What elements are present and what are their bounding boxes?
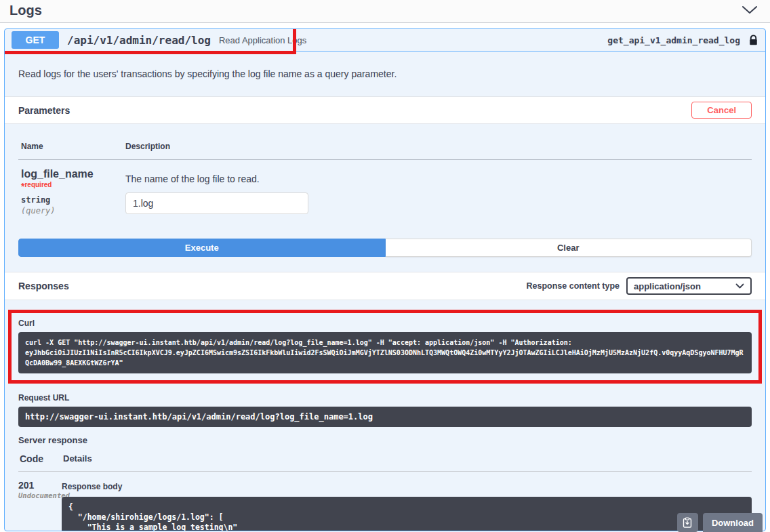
response-body-block: { "/home/shirohige/logs/1.log": [ "This … (62, 497, 752, 531)
red-annotation-box-curl: Curl curl -X GET "http://swagger-ui.inst… (8, 310, 762, 384)
response-undocumented-label: Undocumented (18, 491, 62, 499)
required-label: required (24, 181, 52, 188)
endpoint-description: Read logs for the users' transactions by… (5, 52, 765, 96)
parameters-table: Name Description log_file_name *required… (5, 124, 765, 221)
request-url-label: Request URL (18, 390, 752, 407)
request-url-block: http://swagger-ui.instant.htb/api/v1/adm… (18, 407, 752, 427)
cancel-button[interactable]: Cancel (691, 102, 752, 119)
endpoint-summary-text: Read Application Logs (219, 35, 607, 45)
responses-section-header: Responses Response content type applicat… (5, 272, 765, 300)
download-button[interactable]: Download (703, 513, 763, 532)
execute-wrapper: Execute Clear (5, 221, 765, 272)
chevron-down-icon[interactable] (742, 5, 758, 17)
page-title: Logs (9, 3, 42, 18)
execute-button[interactable]: Execute (18, 239, 386, 257)
response-content-type-label: Response content type (526, 281, 620, 291)
column-header-details: Details (63, 453, 750, 464)
response-content-type-value: application/json (634, 281, 701, 291)
parameter-location: (query) (21, 206, 125, 216)
copy-to-clipboard-button[interactable] (677, 513, 698, 532)
parameters-title: Parameters (18, 105, 70, 116)
column-header-description: Description (125, 142, 749, 151)
auth-lock-icon[interactable] (748, 35, 758, 46)
operation-id: get_api_v1_admin_read_log (607, 35, 740, 45)
response-code: 201 (18, 480, 62, 491)
select-chevron-icon (735, 283, 744, 289)
parameter-description: The name of the log file to read. (125, 173, 749, 184)
parameters-table-head: Name Description (18, 138, 752, 160)
parameter-name: log_file_name (21, 168, 94, 180)
http-method-badge: GET (12, 31, 59, 49)
parameter-type: string (21, 195, 125, 205)
clipboard-icon (683, 517, 692, 528)
opblock-get: GET /api/v1/admin/read/log Read Applicat… (4, 28, 766, 531)
response-content-type-select[interactable]: application/json (626, 277, 752, 295)
server-response-table-head: Code Details (18, 452, 752, 472)
server-response-label: Server response (18, 427, 752, 452)
parameter-row: log_file_name *required string (query) T… (18, 160, 752, 216)
endpoint-path: /api/v1/admin/read/log (67, 34, 211, 47)
responses-title: Responses (18, 281, 69, 291)
tag-header: Logs (0, 0, 770, 23)
log-file-name-input[interactable] (125, 192, 308, 214)
server-response-row: 201 Undocumented Response body { "/home/… (18, 472, 752, 531)
curl-label: Curl (18, 316, 752, 332)
clear-button[interactable]: Clear (386, 239, 752, 257)
parameters-section-header: Parameters Cancel (5, 96, 765, 124)
response-controls: Download (677, 513, 763, 532)
response-body-label: Response body (62, 480, 752, 497)
column-header-name: Name (21, 142, 125, 151)
column-header-code: Code (20, 453, 63, 464)
responses-area: Curl curl -X GET "http://swagger-ui.inst… (5, 300, 765, 531)
endpoint-summary-bar[interactable]: GET /api/v1/admin/read/log Read Applicat… (5, 29, 765, 52)
curl-command-block[interactable]: curl -X GET "http://swagger-ui.instant.h… (18, 332, 752, 373)
